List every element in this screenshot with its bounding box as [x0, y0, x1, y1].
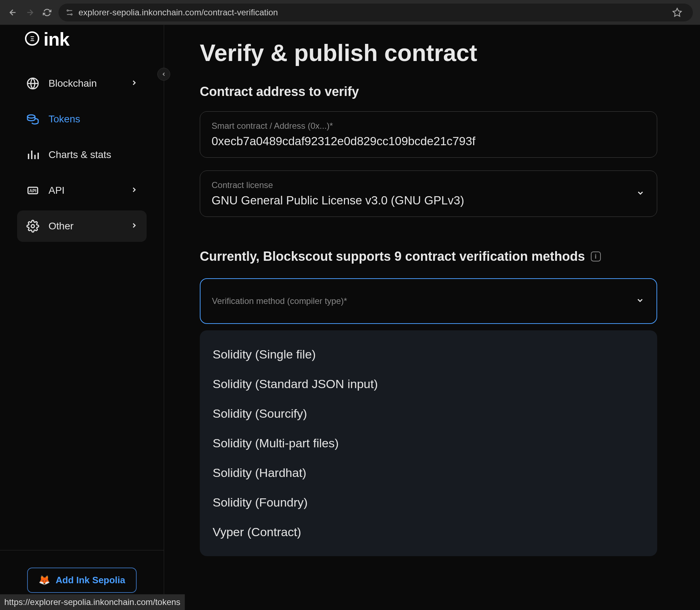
chevron-down-icon	[636, 296, 644, 306]
contract-license-field[interactable]: Contract license GNU General Public Lice…	[200, 171, 657, 217]
browser-back-button[interactable]	[7, 7, 19, 18]
svg-point-6	[27, 115, 35, 118]
bookmark-star-icon[interactable]	[672, 7, 682, 17]
sidebar-nav: Blockchain Tokens Charts & stats	[0, 61, 164, 246]
license-field-label: Contract license	[212, 180, 645, 190]
browser-forward-button[interactable]	[24, 7, 36, 18]
brand-name: ink	[44, 29, 69, 50]
sidebar-item-charts[interactable]: Charts & stats	[17, 139, 147, 171]
sidebar-item-other[interactable]: Other	[17, 210, 147, 242]
sidebar-item-api[interactable]: API API	[17, 175, 147, 206]
address-field-label: Smart contract / Address (0x...)*	[212, 121, 645, 131]
contract-address-field[interactable]: Smart contract / Address (0x...)* 0xecb7…	[200, 111, 657, 158]
gear-icon	[26, 219, 40, 233]
chevron-right-icon	[130, 78, 138, 89]
info-icon[interactable]: i	[591, 251, 601, 261]
globe-icon	[26, 76, 40, 91]
method-option[interactable]: Solidity (Foundry)	[200, 488, 657, 517]
svg-text:Ξ: Ξ	[30, 35, 34, 42]
svg-marker-2	[673, 8, 681, 16]
main-content: Verify & publish contract Contract addre…	[164, 25, 700, 610]
chart-icon	[26, 148, 40, 162]
methods-title-text: Currently, Blockscout supports 9 contrac…	[200, 249, 585, 264]
chevron-right-icon	[130, 185, 138, 196]
add-network-button[interactable]: 🦊 Add Ink Sepolia	[27, 568, 137, 593]
sidebar-item-blockchain[interactable]: Blockchain	[17, 68, 147, 99]
sidebar-item-label: Tokens	[49, 113, 80, 125]
add-network-label: Add Ink Sepolia	[56, 575, 125, 586]
sidebar-item-label: API	[49, 185, 65, 196]
browser-reload-button[interactable]	[41, 7, 53, 18]
method-option[interactable]: Solidity (Hardhat)	[200, 458, 657, 488]
svg-point-9	[31, 225, 35, 228]
method-option[interactable]: Solidity (Single file)	[200, 340, 657, 369]
method-option[interactable]: Vyper (Contract)	[200, 517, 657, 547]
method-option[interactable]: Solidity (Sourcify)	[200, 399, 657, 428]
brand-logo[interactable]: Ξ ink	[0, 29, 164, 61]
method-option[interactable]: Solidity (Standard JSON input)	[200, 369, 657, 399]
chevron-right-icon	[130, 220, 138, 232]
license-field-value: GNU General Public License v3.0 (GNU GPL…	[212, 194, 645, 207]
address-field-value: 0xecb7a0489cdaf92312e0d829cc109bcde21c79…	[212, 134, 645, 148]
browser-url-text: explorer-sepolia.inkonchain.com/contract…	[78, 7, 278, 17]
method-field-label: Verification method (compiler type)*	[212, 296, 645, 306]
app-container: Ξ ink Blockchain Tokens	[0, 25, 700, 610]
browser-url-bar[interactable]: explorer-sepolia.inkonchain.com/contract…	[59, 4, 693, 21]
svg-point-0	[67, 10, 69, 11]
sidebar-item-label: Charts & stats	[49, 149, 111, 161]
browser-status-bar: https://explorer-sepolia.inkonchain.com/…	[0, 594, 185, 610]
verification-method-field[interactable]: Verification method (compiler type)*	[200, 278, 657, 324]
site-settings-icon[interactable]	[66, 9, 73, 16]
browser-toolbar: explorer-sepolia.inkonchain.com/contract…	[0, 0, 700, 25]
svg-text:API: API	[29, 188, 36, 193]
chevron-down-icon	[636, 189, 645, 199]
logo-icon: Ξ	[25, 29, 39, 50]
svg-point-1	[71, 14, 72, 15]
page-title: Verify & publish contract	[200, 39, 657, 66]
verification-method-dropdown: Solidity (Single file) Solidity (Standar…	[200, 330, 657, 556]
sidebar-item-label: Other	[49, 220, 73, 232]
sidebar-item-label: Blockchain	[49, 78, 97, 89]
coins-icon	[26, 112, 40, 126]
sidebar: Ξ ink Blockchain Tokens	[0, 25, 164, 610]
method-option[interactable]: Solidity (Multi-part files)	[200, 428, 657, 458]
sidebar-item-tokens[interactable]: Tokens	[17, 103, 147, 135]
api-icon: API	[26, 183, 40, 198]
metamask-fox-icon: 🦊	[39, 575, 50, 586]
methods-section-title: Currently, Blockscout supports 9 contrac…	[200, 249, 657, 264]
section-address-title: Contract address to verify	[200, 84, 657, 99]
